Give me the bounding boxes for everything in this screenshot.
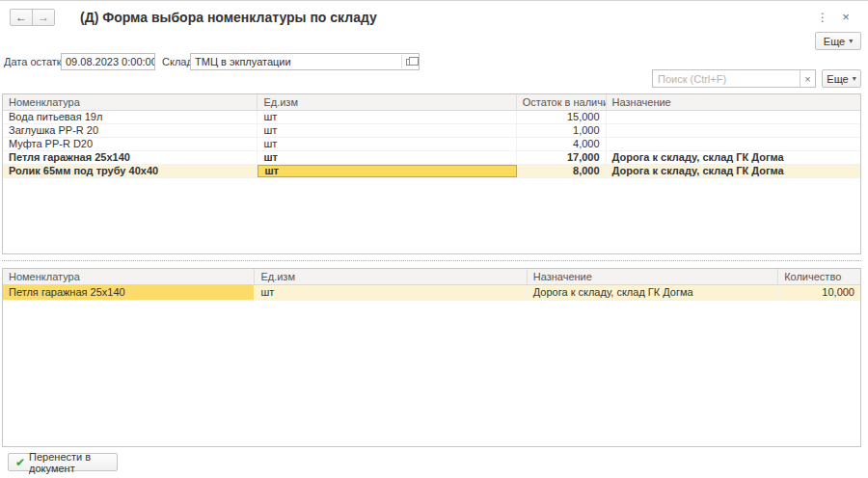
column-header-stock-qty[interactable]: Остаток в наличии — [517, 94, 607, 110]
column-header-purpose[interactable]: Назначение — [607, 94, 860, 110]
search-box: × — [652, 69, 816, 88]
checkmark-icon: ✔ — [15, 457, 25, 468]
warehouse-choose-button[interactable] — [401, 55, 418, 68]
form-window: ← → (Д) Форма выбора номенклатуры по скл… — [0, 0, 868, 478]
cell-unit[interactable]: шт — [258, 124, 516, 137]
table-row[interactable]: Петля гаражная 25х140 шт 17,000 Дорога к… — [3, 151, 860, 165]
cell-purpose[interactable]: Дорога к складу, склад ГК Догма — [607, 165, 860, 177]
warehouse-value: ТМЦ в экплуатации — [195, 56, 291, 67]
transfer-to-document-button[interactable]: ✔ Перенести в документ — [8, 453, 118, 471]
cell-stock-qty[interactable]: 8,000 — [517, 165, 607, 177]
cell-purpose[interactable] — [607, 111, 860, 123]
search-clear-icon[interactable]: × — [800, 70, 815, 87]
cell-stock-qty[interactable]: 17,000 — [517, 151, 607, 164]
warehouse-field[interactable]: ТМЦ в экплуатации — [190, 53, 420, 70]
chevron-down-icon: ▾ — [849, 38, 853, 45]
transfer-button-label: Перенести в документ — [29, 451, 110, 474]
cell-nomenclature[interactable]: Петля гаражная 25х140 — [3, 151, 258, 164]
forward-arrow-icon: → — [38, 11, 49, 24]
more-button-top[interactable]: Еще ▾ — [815, 32, 861, 50]
table-splitter[interactable] — [2, 260, 861, 264]
stock-table-header: Номенклатура Ед.изм Остаток в наличии На… — [3, 94, 860, 111]
forward-button[interactable]: → — [32, 9, 55, 26]
cell-unit-active[interactable]: шт — [258, 165, 516, 177]
cell-nomenclature-active[interactable]: Петля гаражная 25х140 — [3, 285, 255, 300]
cell-purpose[interactable] — [607, 138, 860, 150]
back-arrow-icon: ← — [15, 11, 27, 24]
cell-stock-qty[interactable]: 15,000 — [517, 111, 607, 123]
column-header-purpose[interactable]: Назначение — [528, 269, 778, 284]
column-header-nomenclature[interactable]: Номенклатура — [3, 94, 258, 110]
cell-nomenclature[interactable]: Вода питьевая 19л — [3, 111, 258, 123]
table-row-selected[interactable]: Петля гаражная 25х140 шт Дорога к складу… — [3, 285, 860, 301]
search-input[interactable] — [653, 70, 800, 87]
selection-table: Номенклатура Ед.изм Назначение Количеств… — [2, 268, 861, 447]
table-row[interactable]: Заглушка PP-R 20 шт 1,000 — [3, 124, 860, 138]
column-header-unit[interactable]: Ед.изм — [258, 94, 516, 110]
page-title: (Д) Форма выбора номенклатуры по складу — [80, 10, 377, 25]
cell-unit[interactable]: шт — [258, 111, 516, 123]
cell-unit[interactable]: шт — [258, 151, 516, 164]
chevron-down-icon: ▾ — [853, 75, 856, 83]
cell-purpose[interactable]: Дорога к складу, склад ГК Догма — [607, 151, 860, 164]
more-button-search[interactable]: Еще ▾ — [822, 69, 861, 88]
column-header-nomenclature[interactable]: Номенклатура — [3, 269, 255, 284]
cell-purpose[interactable] — [607, 124, 860, 137]
open-form-icon — [406, 59, 414, 66]
cell-nomenclature[interactable]: Ролик 65мм под трубу 40х40 — [3, 165, 258, 177]
column-header-qty[interactable]: Количество — [778, 269, 860, 284]
window-menu-icon[interactable]: ⋮ — [815, 9, 830, 26]
stock-table: Номенклатура Ед.изм Остаток в наличии На… — [2, 93, 861, 254]
cell-nomenclature[interactable]: Муфта PP-R D20 — [3, 138, 258, 150]
table-row-selected[interactable]: Ролик 65мм под трубу 40х40 шт 8,000 Доро… — [3, 165, 860, 178]
cell-nomenclature[interactable]: Заглушка PP-R 20 — [3, 124, 258, 137]
selection-table-header: Номенклатура Ед.изм Назначение Количеств… — [3, 269, 860, 285]
more-button-label: Еще — [824, 36, 845, 47]
date-field[interactable]: 09.08.2023 0:00:00 — [61, 53, 155, 70]
close-icon[interactable]: × — [838, 9, 854, 26]
table-row[interactable]: Вода питьевая 19л шт 15,000 — [3, 111, 860, 124]
back-button[interactable]: ← — [10, 9, 33, 26]
cell-unit[interactable]: шт — [258, 138, 516, 150]
cell-stock-qty[interactable]: 4,000 — [517, 138, 607, 150]
cell-unit[interactable]: шт — [255, 285, 527, 300]
cell-stock-qty[interactable]: 1,000 — [517, 124, 607, 137]
cell-qty[interactable]: 10,000 — [778, 285, 860, 300]
column-header-unit[interactable]: Ед.изм — [255, 269, 527, 284]
cell-purpose[interactable]: Дорога к складу, склад ГК Догма — [528, 285, 778, 300]
table-row[interactable]: Муфта PP-R D20 шт 4,000 — [3, 138, 860, 151]
more-button-label: Еще — [827, 73, 848, 85]
